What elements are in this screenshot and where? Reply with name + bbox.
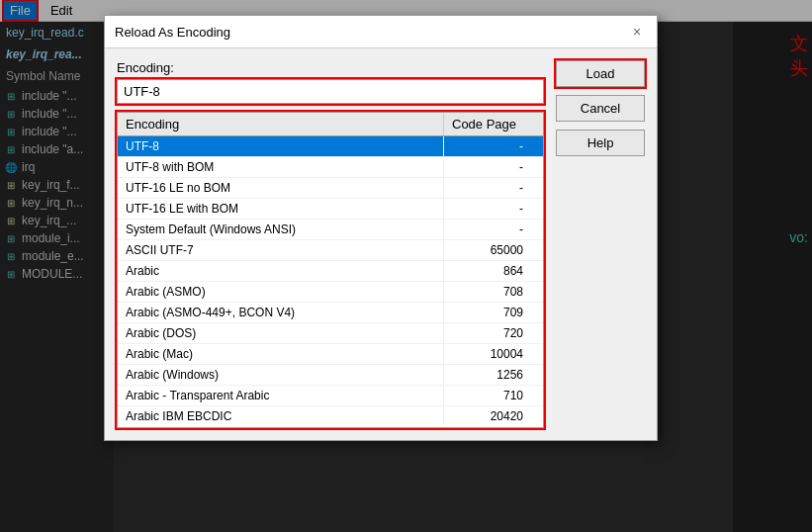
td-encoding: Arabic (Mac) xyxy=(118,344,444,364)
td-encoding: UTF-8 xyxy=(118,136,444,156)
td-encoding: Arabic (Windows) xyxy=(118,365,444,385)
col-encoding-header: Encoding xyxy=(118,113,444,135)
help-button[interactable]: Help xyxy=(556,130,645,156)
td-codepage: 1256 xyxy=(444,365,543,385)
td-codepage: 709 xyxy=(444,303,543,322)
td-codepage: 10004 xyxy=(444,344,543,364)
table-row[interactable]: Arabic IBM EBCDIC20420 xyxy=(118,406,543,425)
td-encoding: Arabic xyxy=(118,261,444,281)
td-codepage: - xyxy=(444,178,543,198)
td-encoding: Arabic (ASMO-449+, BCON V4) xyxy=(118,303,444,322)
td-codepage: 710 xyxy=(444,386,543,405)
dialog-titlebar: Reload As Encoding × xyxy=(105,16,657,48)
table-row[interactable]: Arabic (Mac)10004 xyxy=(118,344,543,365)
td-encoding: Arabic - Transparent Arabic xyxy=(118,386,444,405)
td-encoding: UTF-16 LE with BOM xyxy=(118,199,444,219)
cancel-button[interactable]: Cancel xyxy=(556,95,645,122)
table-row[interactable]: Arabic - Transparent Arabic710 xyxy=(118,386,543,406)
table-row[interactable]: ASCII UTF-765000 xyxy=(118,240,543,261)
td-codepage: - xyxy=(444,220,543,239)
table-row[interactable]: Arabic (ASMO)708 xyxy=(118,282,543,303)
td-encoding: ASCII UTF-7 xyxy=(118,240,444,260)
dialog-left: Encoding: Encoding Code Page UTF-8-UTF-8… xyxy=(117,60,544,428)
dialog-title: Reload As Encoding xyxy=(115,25,230,40)
encoding-input[interactable] xyxy=(117,79,544,104)
table-row[interactable]: UTF-8 with BOM- xyxy=(118,157,543,178)
td-encoding: System Default (Windows ANSI) xyxy=(118,220,444,239)
dialog-body: Encoding: Encoding Code Page UTF-8-UTF-8… xyxy=(105,48,657,440)
table-row[interactable]: Arabic (ASMO-449+, BCON V4)709 xyxy=(118,303,543,323)
td-codepage: 65000 xyxy=(444,240,543,260)
td-codepage: - xyxy=(444,157,543,177)
table-row[interactable]: UTF-8- xyxy=(118,136,543,157)
dialog-close-button[interactable]: × xyxy=(627,22,647,42)
td-codepage: 864 xyxy=(444,261,543,281)
encoding-table: Encoding Code Page UTF-8-UTF-8 with BOM-… xyxy=(117,112,544,428)
load-btn-wrapper: Load xyxy=(556,60,645,87)
td-codepage: 708 xyxy=(444,282,543,302)
td-encoding: Arabic (DOS) xyxy=(118,323,444,343)
td-codepage: - xyxy=(444,199,543,219)
table-scroll[interactable]: UTF-8-UTF-8 with BOM-UTF-16 LE no BOM-UT… xyxy=(118,136,543,425)
encoding-label: Encoding: xyxy=(117,60,544,75)
td-encoding: Arabic IBM EBCDIC xyxy=(118,406,444,425)
td-encoding: Arabic (ASMO) xyxy=(118,282,444,302)
td-codepage: 720 xyxy=(444,323,543,343)
td-encoding: UTF-8 with BOM xyxy=(118,157,444,177)
load-button[interactable]: Load xyxy=(556,60,645,87)
td-codepage: - xyxy=(444,136,543,156)
table-row[interactable]: Arabic864 xyxy=(118,261,543,282)
encoding-input-wrapper xyxy=(117,79,544,104)
reload-encoding-dialog: Reload As Encoding × Encoding: Encoding … xyxy=(104,15,658,441)
dialog-right: Load Cancel Help xyxy=(556,60,645,428)
table-row[interactable]: Arabic (Windows)1256 xyxy=(118,365,543,386)
table-row[interactable]: UTF-16 LE no BOM- xyxy=(118,178,543,199)
table-row[interactable]: UTF-16 LE with BOM- xyxy=(118,199,543,220)
td-encoding: UTF-16 LE no BOM xyxy=(118,178,444,198)
table-header: Encoding Code Page xyxy=(118,113,543,136)
col-codepage-header: Code Page xyxy=(444,113,543,135)
table-row[interactable]: System Default (Windows ANSI)- xyxy=(118,220,543,240)
table-row[interactable]: Arabic (DOS)720 xyxy=(118,323,543,344)
td-codepage: 20420 xyxy=(444,406,543,425)
